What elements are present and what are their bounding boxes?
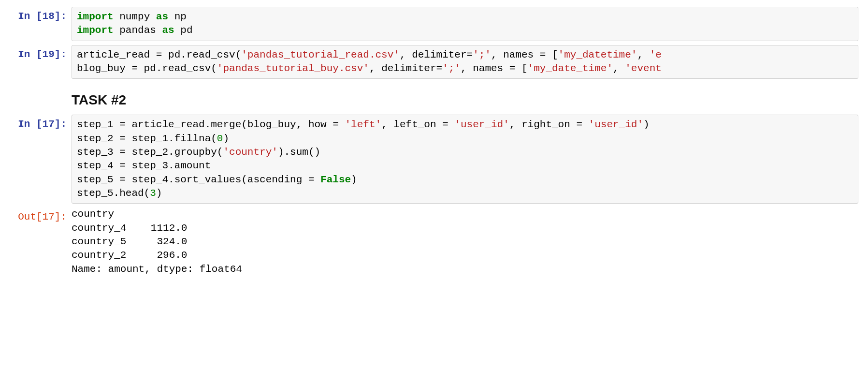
code-cell: In [19]: article_read = pd.read_csv('pan… xyxy=(0,43,868,81)
input-prompt: In [17]: xyxy=(0,115,72,131)
input-prompt: In [19]: xyxy=(0,45,72,61)
code-output: Out[17]: country country_4 1112.0 countr… xyxy=(0,206,868,278)
code-input-area[interactable]: step_1 = article_read.merge(blog_buy, ho… xyxy=(72,115,858,204)
notebook: In [18]: import numpy as np import panda… xyxy=(0,0,868,293)
cell-body: step_1 = article_read.merge(blog_buy, ho… xyxy=(72,115,868,204)
code-text[interactable]: step_1 = article_read.merge(blog_buy, ho… xyxy=(77,118,853,200)
input-prompt: In [18]: xyxy=(0,7,72,23)
task-heading: TASK #2 xyxy=(72,92,868,108)
code-cell: In [18]: import numpy as np import panda… xyxy=(0,5,868,43)
empty-prompt xyxy=(0,83,72,86)
code-text[interactable]: article_read = pd.read_csv('pandas_tutor… xyxy=(77,48,853,76)
output-text: country country_4 1112.0 country_5 324.0… xyxy=(72,207,858,276)
code-input-area[interactable]: article_read = pd.read_csv('pandas_tutor… xyxy=(72,45,858,79)
markdown-cell: TASK #2 xyxy=(0,81,868,113)
code-input-area[interactable]: import numpy as np import pandas as pd xyxy=(72,7,858,41)
code-cell: In [17]: step_1 = article_read.merge(blo… xyxy=(0,113,868,206)
cell-body: import numpy as np import pandas as pd xyxy=(72,7,868,41)
output-prompt: Out[17]: xyxy=(0,207,72,224)
code-text[interactable]: import numpy as np import pandas as pd xyxy=(77,10,853,38)
output-body: country country_4 1112.0 country_5 324.0… xyxy=(72,207,868,276)
markdown-body[interactable]: TASK #2 xyxy=(72,83,868,111)
cell-body: article_read = pd.read_csv('pandas_tutor… xyxy=(72,45,868,79)
